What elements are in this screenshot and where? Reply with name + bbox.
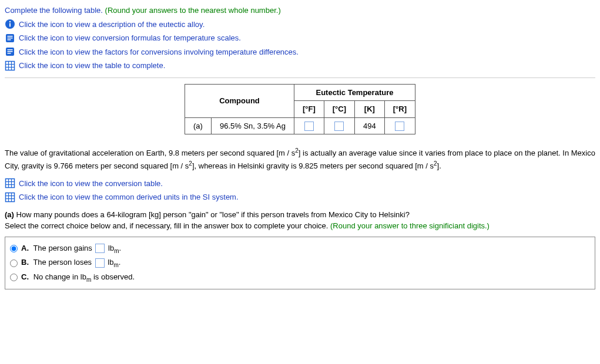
th-k: [K]: [355, 101, 385, 118]
svg-rect-8: [8, 49, 13, 50]
link-text: Click the icon to view the table to comp…: [19, 60, 165, 72]
th-r: [°R]: [384, 101, 415, 118]
link-conversion-table[interactable]: Click the icon to view the conversion ta…: [5, 178, 595, 190]
choice-b[interactable]: B. The person loses lbm.: [10, 257, 590, 269]
th-f: [°F]: [294, 101, 324, 118]
svg-rect-10: [8, 53, 11, 54]
info-icon: [5, 19, 15, 29]
k-value: 494: [355, 117, 385, 134]
input-f[interactable]: [304, 122, 314, 131]
input-lose[interactable]: [95, 258, 105, 268]
q1-prompt-text: Complete the following table.: [5, 6, 103, 15]
link-conversion-formulas[interactable]: Click the icon to view conversion formul…: [5, 32, 595, 44]
svg-rect-6: [8, 39, 11, 41]
document-icon: [5, 46, 15, 57]
input-c[interactable]: [334, 122, 344, 131]
link-text: Click the icon to view the common derive…: [19, 191, 239, 203]
link-temp-differences[interactable]: Click the icon to view the factors for c…: [5, 46, 595, 58]
choice-a[interactable]: A. The person gains lbm.: [10, 242, 590, 255]
row-label: (a): [185, 117, 212, 134]
eutectic-table: Compound Eutectic Temperature [°F] [°C] …: [185, 84, 415, 135]
q2-text: The value of gravitational acceleration …: [5, 146, 595, 172]
svg-rect-5: [8, 38, 13, 39]
input-gain[interactable]: [95, 244, 105, 253]
radio-c[interactable]: [10, 274, 18, 281]
svg-point-2: [9, 21, 11, 22]
input-r[interactable]: [395, 122, 404, 131]
choice-group: A. The person gains lbm. B. The person l…: [5, 237, 595, 290]
q1-prompt: Complete the following table. (Round you…: [5, 5, 595, 16]
svg-rect-4: [8, 36, 13, 37]
svg-rect-1: [9, 23, 11, 27]
th-compound: Compound: [185, 84, 294, 117]
svg-rect-9: [8, 51, 13, 52]
choice-c[interactable]: C. No change in lbm is observed.: [10, 271, 590, 284]
divider: [5, 77, 595, 78]
link-text: Click the icon to view conversion formul…: [19, 32, 241, 44]
th-group: Eutectic Temperature: [294, 84, 415, 101]
radio-a[interactable]: [10, 245, 18, 252]
link-text: Click the icon to view a description of …: [19, 19, 205, 31]
table-row: (a) 96.5% Sn, 3.5% Ag 494: [185, 117, 415, 134]
svg-rect-16: [6, 179, 15, 188]
row-compound: 96.5% Sn, 3.5% Ag: [211, 117, 294, 134]
q1-prompt-note: (Round your answers to the nearest whole…: [103, 6, 281, 15]
link-text: Click the icon to view the conversion ta…: [19, 178, 163, 190]
link-eutectic-desc[interactable]: Click the icon to view a description of …: [5, 19, 595, 31]
svg-rect-21: [6, 193, 15, 201]
radio-b[interactable]: [10, 259, 18, 267]
link-text: Click the icon to view the factors for c…: [19, 46, 299, 58]
table-icon: [5, 192, 15, 203]
table-icon: [5, 60, 15, 71]
document-icon: [5, 33, 15, 43]
svg-rect-11: [6, 61, 15, 70]
link-si-units[interactable]: Click the icon to view the common derive…: [5, 191, 595, 203]
part-a-question: (a) How many pounds does a 64-kilogram […: [5, 209, 595, 232]
th-c: [°C]: [324, 101, 354, 118]
link-table-complete[interactable]: Click the icon to view the table to comp…: [5, 60, 595, 72]
table-icon: [5, 178, 15, 188]
